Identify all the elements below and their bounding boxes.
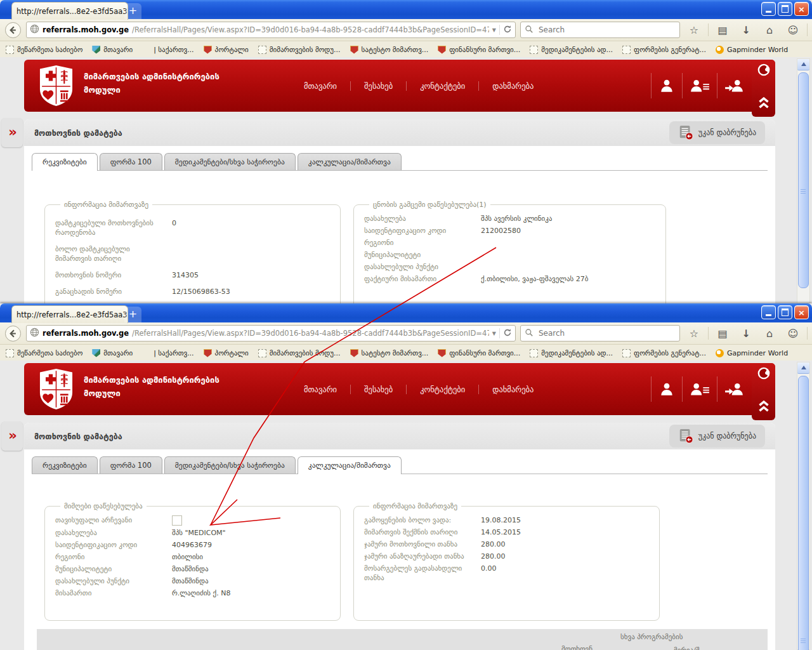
scrollbar-thumb[interactable] [798, 72, 809, 288]
bookmarks-menu-icon[interactable]: ▤ [713, 328, 732, 340]
bookmark-item[interactable]: ფინანსური მართვი... [438, 349, 520, 357]
bookmark-item[interactable]: სატესტო მიმართვ... [350, 349, 429, 357]
minimize-button[interactable] [761, 2, 776, 16]
bookmark-favicon [92, 349, 100, 357]
go-back-button[interactable]: უკან დაბრუნება [669, 425, 765, 448]
search-box[interactable] [520, 22, 680, 38]
collapse-chevrons-icon[interactable] [757, 95, 771, 112]
user-profile-icon[interactable] [651, 376, 682, 402]
reload-icon[interactable] [503, 25, 512, 36]
search-input[interactable] [537, 328, 676, 338]
page-tab[interactable]: ფორმა 100 [100, 153, 162, 170]
page-tab[interactable]: ფორმა 100 [100, 456, 162, 474]
user-profile-icon[interactable] [651, 73, 682, 98]
search-box[interactable] [520, 325, 680, 342]
field-row: ჯამური ანაზღაურებადი თანხა 280.00 [364, 552, 649, 561]
url-dropdown-icon[interactable]: ▼ [492, 331, 496, 336]
globe-icon[interactable] [757, 63, 771, 79]
bookmark-item[interactable]: მთავარი [92, 46, 133, 54]
url-bar[interactable]: referrals.moh.gov.ge/ReferralsHall/Pages… [26, 22, 516, 38]
browser-tab[interactable]: http://referrals...8e2-e3fd5aa33dd3 × [11, 2, 128, 20]
minimize-button[interactable] [761, 305, 776, 319]
downloads-icon[interactable]: ↓ [737, 24, 756, 36]
site-nav-item[interactable]: დახმარება [478, 385, 547, 394]
bookmark-item[interactable]: Gapminder World [716, 46, 788, 54]
vertical-scrollbar[interactable] [797, 58, 810, 303]
back-icon[interactable] [4, 325, 22, 342]
page-tab[interactable]: მედიკამენტები/სხვა საჭიროება [164, 153, 296, 170]
vertical-scrollbar[interactable] [797, 362, 810, 650]
bookmark-item[interactable]: მიმართვების მოდუ... [258, 349, 341, 357]
restore-button[interactable] [778, 305, 792, 319]
bookmark-item[interactable]: მედიკამენტების ად... [530, 349, 613, 357]
bookmark-item[interactable]: მედიკამენტების ად... [530, 46, 613, 54]
bookmark-star-icon[interactable]: ☆ [684, 24, 704, 36]
bookmark-item[interactable]: პორტალი [204, 46, 249, 54]
globe-icon[interactable] [757, 366, 771, 383]
window-titlebar[interactable]: http://referrals...8e2-e3fd5aa33dd3 × + … [0, 303, 812, 322]
url-dropdown-icon[interactable]: ▼ [492, 27, 496, 33]
sidebar-expander[interactable]: » [1, 118, 23, 147]
downloads-icon[interactable]: ↓ [737, 328, 756, 340]
page-tab[interactable]: რეკვიზიტები [32, 153, 98, 171]
sidebar-expander[interactable]: » [1, 421, 23, 451]
logout-icon[interactable] [717, 73, 752, 98]
restore-button[interactable] [778, 2, 792, 16]
back-icon[interactable] [4, 22, 22, 39]
site-nav-item[interactable]: კონტაქტები [406, 81, 478, 91]
bookmark-item[interactable]: მეწარმეთა საძიებო [6, 349, 82, 357]
new-tab-button[interactable]: + [124, 3, 141, 19]
collapse-chevrons-icon[interactable] [757, 398, 771, 416]
site-nav-item[interactable]: მთავარი [291, 385, 350, 394]
reload-icon[interactable] [503, 328, 512, 339]
field-row: ბოლო დამტკიცებული მიმართვის თარიღი [55, 244, 330, 263]
close-button[interactable]: × [794, 305, 809, 319]
bookmark-favicon [350, 46, 358, 54]
browser-tab[interactable]: http://referrals...8e2-e3fd5aa33dd3 × [11, 305, 128, 323]
page-tab[interactable]: მედიკამენტები/სხვა საჭიროება [164, 456, 296, 474]
site-nav-item[interactable]: შესახებ [350, 81, 406, 91]
close-button[interactable]: × [794, 2, 809, 16]
feedback-smiley-icon[interactable]: ☺ [783, 24, 802, 36]
search-input[interactable] [537, 25, 676, 35]
field-row: დამტკიცებული მოთხოვნების რაოდენობა 0 [55, 218, 330, 237]
bookmark-item[interactable]: ფინანსური მართვი... [438, 46, 520, 54]
bookmark-item[interactable]: ფორმების გენერატ... [622, 46, 706, 54]
site-nav-item[interactable]: კონტაქტები [406, 385, 478, 394]
page-tab[interactable]: კალკულაცია/მიმართვა [298, 456, 402, 474]
window-titlebar[interactable]: http://referrals...8e2-e3fd5aa33dd3 × + … [0, 0, 812, 19]
bookmark-item[interactable]: | საქართვ... [142, 46, 193, 54]
scrollbar-thumb[interactable] [798, 376, 809, 650]
page-tab[interactable]: რეკვიზიტები [32, 456, 98, 474]
bookmark-item[interactable]: ფორმების გენერატ... [622, 349, 706, 357]
page-tab[interactable]: კალკულაცია/მიმართვა [298, 153, 402, 170]
bookmark-item[interactable]: | საქართვ... [142, 349, 193, 357]
header-side-tab [752, 363, 775, 420]
bookmark-label: მიმართვების მოდუ... [270, 349, 341, 357]
url-bar[interactable]: referrals.moh.gov.ge/ReferralsHall/Pages… [26, 325, 516, 342]
bookmark-star-icon[interactable]: ☆ [684, 328, 704, 340]
free-choice-checkbox[interactable] [172, 515, 182, 526]
bookmark-item[interactable]: სატესტო მიმართვ... [350, 46, 429, 54]
home-icon[interactable]: ⌂ [760, 24, 779, 36]
bookmark-item[interactable]: მეწარმეთა საძიებო [6, 46, 82, 54]
feedback-smiley-icon[interactable]: ☺ [783, 328, 802, 340]
navigation-toolbar: referrals.moh.gov.ge/ReferralsHall/Pages… [0, 19, 812, 41]
go-back-button[interactable]: უკან დაბრუნება [669, 121, 765, 144]
user-list-icon[interactable] [682, 376, 717, 402]
scroll-up-button[interactable] [797, 59, 809, 70]
bookmark-item[interactable]: Gapminder World [716, 349, 788, 357]
logout-icon[interactable] [717, 376, 752, 402]
new-tab-button[interactable]: + [124, 307, 141, 322]
site-nav-item[interactable]: მთავარი [291, 81, 350, 91]
home-icon[interactable]: ⌂ [760, 328, 779, 340]
scroll-up-button[interactable] [797, 362, 809, 374]
bookmarks-menu-icon[interactable]: ▤ [713, 24, 732, 36]
bookmark-item[interactable]: მიმართვების მოდუ... [258, 46, 341, 54]
bookmark-item[interactable]: მთავარი [92, 349, 133, 357]
site-nav: მთავარიშესახებკონტაქტებიდახმარება [291, 60, 547, 112]
site-nav-item[interactable]: დახმარება [478, 81, 547, 91]
site-nav-item[interactable]: შესახებ [350, 385, 406, 394]
bookmark-item[interactable]: პორტალი [204, 349, 249, 357]
user-list-icon[interactable] [682, 73, 717, 98]
